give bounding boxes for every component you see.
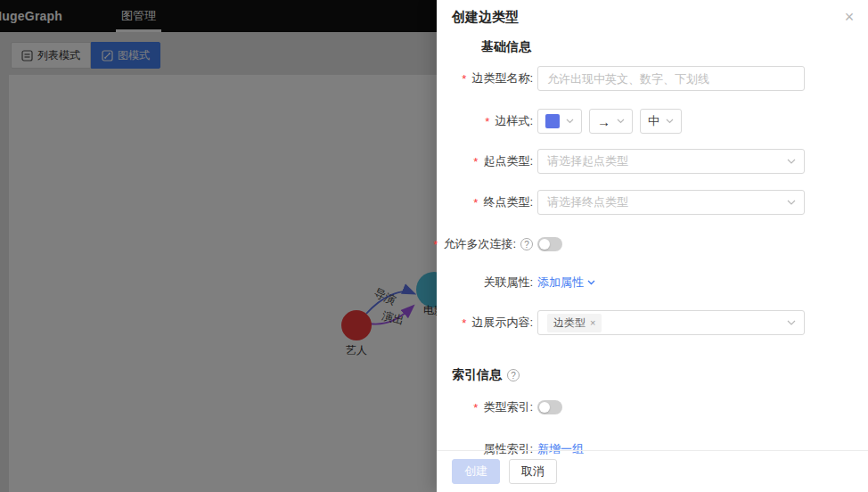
required-mark: * [462,316,466,330]
chevron-down-icon [566,119,574,124]
drawer-title: 创建边类型 [437,0,868,26]
target-type-select[interactable]: 请选择终点类型 [537,190,805,215]
field-display-content: *边展示内容: 边类型 × [452,310,853,335]
assoc-props-label: 关联属性: [483,275,533,291]
field-source-type: *起点类型: 请选择起点类型 [452,149,853,174]
basic-info-section-title: 基础信息 [481,39,853,55]
edge-style-label: *边样式: [485,113,533,129]
edge-thickness-dropdown[interactable]: 中 [640,109,682,134]
field-multi-connect: *允许多次连接: ? [452,236,853,252]
edge-style-controls: → 中 [537,109,805,134]
chevron-down-icon [787,320,796,326]
chevron-down-icon [587,280,595,285]
tag-label: 边类型 [553,316,585,331]
selected-tag: 边类型 × [547,314,602,332]
create-button[interactable]: 创建 [452,459,500,484]
field-assoc-props: 关联属性: 添加属性 [452,274,853,291]
arrow-right-icon: → [597,115,610,128]
chevron-down-icon [787,200,796,206]
required-mark: * [473,401,478,414]
cancel-button[interactable]: 取消 [509,459,557,484]
app-window: HugeGraph 图管理 列表模式 [0,0,868,492]
field-edge-type-name: *边类型名称: [452,66,853,91]
target-type-placeholder: 请选择终点类型 [547,194,628,210]
edge-type-name-label: *边类型名称: [462,70,533,86]
display-content-label: *边展示内容: [462,315,533,331]
tag-remove-icon[interactable]: × [590,318,595,328]
type-index-label: *类型索引: [473,399,533,415]
source-type-select[interactable]: 请选择起点类型 [537,149,805,174]
source-type-placeholder: 请选择起点类型 [547,153,628,169]
required-mark: * [473,155,478,168]
multi-connect-toggle[interactable] [537,237,562,251]
field-target-type: *终点类型: 请选择终点类型 [452,190,853,215]
drawer-footer: 创建 取消 [437,450,868,492]
display-content-multiselect[interactable]: 边类型 × [537,310,805,335]
required-mark: * [485,115,489,128]
index-info-label: 索引信息 [452,367,502,383]
edge-arrow-dropdown[interactable]: → [589,109,633,134]
add-property-link[interactable]: 添加属性 [537,275,595,291]
create-edge-type-drawer: 创建边类型 × 基础信息 *边类型名称: *边样式: [437,0,868,492]
chevron-down-icon [666,119,674,124]
edge-type-name-input[interactable] [537,66,805,91]
edge-color-dropdown[interactable] [537,109,582,134]
type-index-toggle[interactable] [537,400,562,414]
required-mark: * [473,196,478,209]
edge-thickness-value: 中 [648,113,659,129]
close-icon[interactable]: × [841,9,857,25]
required-mark: * [462,72,466,86]
edge-color-swatch [545,114,560,128]
help-icon[interactable]: ? [507,369,520,381]
drawer-body: 基础信息 *边类型名称: *边样式: [437,39,868,457]
multi-connect-label: *允许多次连接: ? [433,236,533,252]
help-icon[interactable]: ? [520,238,533,250]
target-type-label: *终点类型: [473,194,533,210]
required-mark: * [433,238,438,251]
index-info-section-title: 索引信息 ? [452,367,853,383]
source-type-label: *起点类型: [473,153,533,169]
field-type-index: *类型索引: [452,399,853,415]
field-edge-style: *边样式: → [452,109,853,134]
basic-info-label: 基础信息 [481,39,531,55]
add-property-label: 添加属性 [537,275,584,291]
chevron-down-icon [787,159,796,165]
chevron-down-icon [617,119,625,124]
